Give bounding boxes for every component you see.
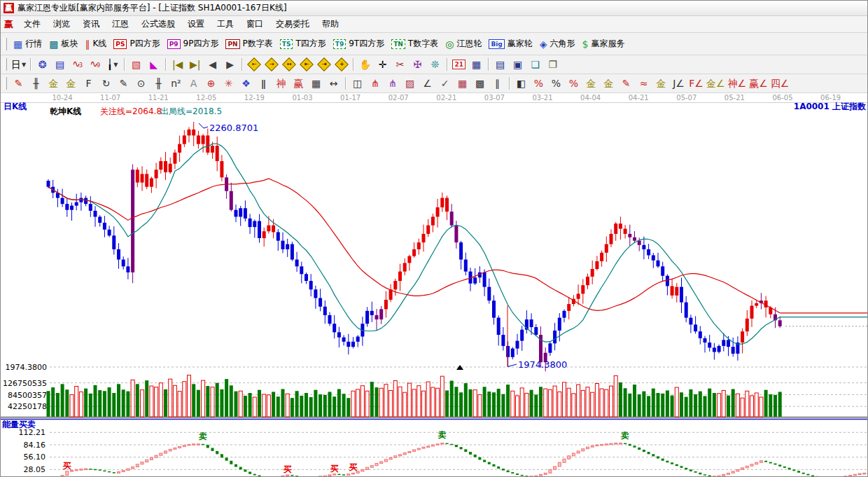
si-angle-button[interactable]: 四∠ — [769, 76, 791, 91]
period-day-button[interactable]: 日▼ — [10, 57, 27, 72]
price-mark-button[interactable]: ǁ — [255, 76, 272, 91]
draw-brush-button[interactable]: ✎ — [10, 76, 27, 91]
wave-tool-button[interactable]: ≈ — [635, 76, 652, 91]
ying-angle-button[interactable]: 赢∠ — [748, 76, 769, 91]
candle-style-button[interactable]: ╽▼ — [104, 57, 121, 72]
menu-资讯[interactable]: 资讯 — [76, 16, 106, 32]
grid-123-button[interactable]: ▦ — [307, 76, 325, 91]
expand-h-button[interactable]: ↔ — [280, 57, 298, 72]
pan-left-button[interactable]: ← — [245, 57, 262, 72]
box-range-button[interactable]: ◫ — [349, 76, 366, 91]
gold-angle-2-button[interactable]: 金∠ — [705, 76, 727, 91]
t-number-table-button[interactable]: TNT数字表 — [388, 38, 442, 50]
grid-dark-button[interactable]: ▩ — [471, 76, 489, 91]
gann-grid-button[interactable]: ◧ — [512, 76, 530, 91]
gann-wheel-button[interactable]: ◎江恩轮 — [442, 38, 485, 50]
comb-ruler-button[interactable]: ╫ — [27, 76, 45, 91]
toolbar-grip[interactable] — [4, 58, 7, 71]
menu-工具[interactable]: 工具 — [211, 16, 240, 32]
f-angle-button[interactable]: F∠ — [687, 76, 705, 91]
calculator-button[interactable]: ▦ — [468, 57, 485, 72]
9t-square-button[interactable]: T99T四方形 — [330, 38, 388, 50]
notes-button[interactable]: ▤ — [491, 57, 509, 72]
toolbar-grip[interactable] — [4, 38, 7, 50]
j-angle-button[interactable]: J∠ — [670, 76, 687, 91]
brush-angle-button[interactable]: ✎ — [115, 76, 132, 91]
pct-retrace-button[interactable]: % — [530, 76, 547, 91]
fan-red-button[interactable]: ⋔ — [366, 76, 384, 91]
time-comb-button[interactable]: ╫ — [150, 76, 167, 91]
capture-button[interactable]: ❏ — [526, 57, 544, 72]
center-view-button[interactable]: + — [332, 57, 350, 72]
quotes-button[interactable]: ▦行情 — [10, 38, 46, 50]
fib-tool-button[interactable]: F — [80, 76, 97, 91]
flag-pen-button[interactable]: ✎ — [617, 76, 635, 91]
gold-circle-button[interactable]: 金 — [582, 76, 600, 91]
region-zoom-button[interactable]: ❂ — [34, 57, 51, 72]
cut-tool-button[interactable]: ✂ — [391, 57, 409, 72]
9p-square-button[interactable]: P99P四方形 — [164, 38, 223, 50]
compress-left-button[interactable]: ⇤ — [298, 57, 315, 72]
menu-公式选股[interactable]: 公式选股 — [135, 16, 181, 32]
next-page-button[interactable]: ▶ — [221, 57, 239, 72]
winner-wheel-button[interactable]: Big赢家轮 — [485, 38, 536, 50]
p-square-button[interactable]: PSP四方形 — [110, 38, 163, 50]
calendar-button[interactable]: 21 — [450, 57, 468, 72]
gold-angle-button[interactable]: 金 — [652, 76, 670, 91]
menu-浏览[interactable]: 浏览 — [47, 16, 76, 32]
gold-lines-button[interactable]: 金 — [600, 76, 617, 91]
shen-tool-button[interactable]: 神 — [272, 76, 290, 91]
qiankun-kline-button[interactable]: ▧ — [127, 57, 145, 72]
print-button[interactable]: ❐ — [544, 57, 561, 72]
menu-文件[interactable]: 文件 — [18, 16, 47, 32]
h-measure-button[interactable]: ↔ — [325, 76, 342, 91]
menu-窗口[interactable]: 窗口 — [240, 16, 270, 32]
menu-江恩[interactable]: 江恩 — [106, 16, 135, 32]
wave-9-button[interactable]: ∿9 — [86, 57, 104, 72]
web-red-button[interactable]: ✳ — [220, 76, 237, 91]
time-circle-button[interactable]: ⊙ — [132, 76, 150, 91]
menu-帮助[interactable]: 帮助 — [316, 16, 345, 32]
winner-service-button[interactable]: $赢家服务 — [579, 38, 629, 50]
last-page-button[interactable]: ▶| — [186, 57, 204, 72]
pan-right-button[interactable]: → — [262, 57, 280, 72]
web-box-button[interactable]: ❖ — [237, 76, 255, 91]
web-grid-button[interactable]: ▨ — [401, 76, 419, 91]
angle-a-button[interactable]: A — [185, 76, 202, 91]
n-square-icon: n² — [171, 78, 181, 89]
spiral-tool-button[interactable]: ↻ — [97, 76, 115, 91]
parallel-lines-button[interactable]: ∥ — [489, 76, 506, 91]
hexagon-button[interactable]: ◈六角形 — [536, 38, 579, 50]
save-button[interactable]: ▣ — [509, 57, 526, 72]
target-cross-button[interactable]: ⊕ — [202, 76, 220, 91]
angle-lines-button[interactable]: ∠ — [419, 76, 436, 91]
kline-button[interactable]: ∥K线 — [81, 38, 110, 50]
first-page-button[interactable]: |◀ — [169, 57, 186, 72]
n-square-button[interactable]: n² — [167, 76, 185, 91]
crosshair-button[interactable]: ✛ — [374, 57, 391, 72]
gold-ratio-2-button[interactable]: 金 — [62, 76, 80, 91]
check-wave-button[interactable]: ✓ — [436, 76, 454, 91]
fan-purple-button[interactable]: ⋔ — [384, 76, 401, 91]
volume-flag-button[interactable]: ◣ — [145, 57, 162, 72]
toolbar-grip[interactable] — [4, 77, 7, 90]
prev-page-button[interactable]: ◀ — [204, 57, 221, 72]
pct-lines-button[interactable]: % — [565, 76, 582, 91]
cloud-tool-button[interactable]: ❊ — [426, 57, 444, 72]
sectors-button[interactable]: ▩板块 — [46, 38, 81, 50]
ying-tool-button[interactable]: 赢 — [290, 76, 307, 91]
menu-设置[interactable]: 设置 — [181, 16, 211, 32]
grid-red-button[interactable]: ▦ — [454, 76, 471, 91]
pct-plain-button[interactable]: % — [547, 76, 565, 91]
compress-right-button[interactable]: ⇥ — [315, 57, 332, 72]
hand-tool-button[interactable]: ✋ — [356, 57, 374, 72]
p-number-table-button[interactable]: PNP数字表 — [222, 38, 276, 50]
wave-3-button[interactable]: ∿3 — [69, 57, 86, 72]
chart-canvas[interactable]: 10-2411-0711-2112-0512-1901-0301-1702-07… — [1, 93, 868, 477]
gold-ratio-1-button[interactable]: 金 — [45, 76, 62, 91]
clamp-tool-button[interactable]: ✠ — [409, 57, 426, 72]
menu-交易委托[interactable]: 交易委托 — [270, 16, 316, 32]
t-square-button[interactable]: TST四方形 — [276, 38, 330, 50]
shen-angle-button[interactable]: 神∠ — [727, 76, 748, 91]
info-panel-button[interactable]: ▤ — [51, 57, 69, 72]
